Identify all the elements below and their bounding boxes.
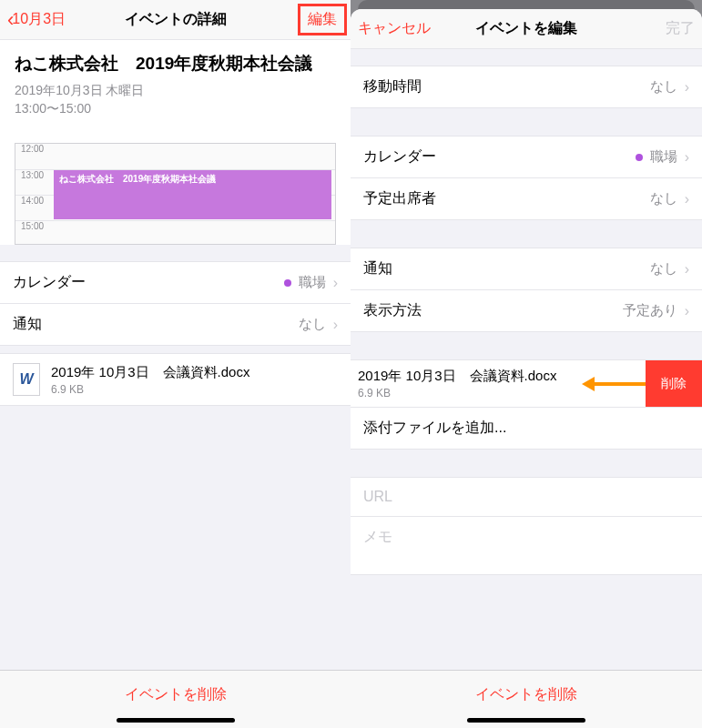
- cell-label: 表示方法: [363, 301, 422, 320]
- event-header: ねこ株式会社 2019年度秋期本社会議 2019年10月3日 木曜日 13:00…: [0, 40, 351, 245]
- chevron-right-icon: ›: [685, 149, 689, 166]
- arrow-left-icon: [582, 377, 595, 391]
- word-file-icon: W: [13, 363, 40, 396]
- timeline-event-block[interactable]: ねこ株式会社 2019年度秋期本社会議: [54, 170, 331, 219]
- memo-field[interactable]: メモ: [351, 517, 702, 575]
- travel-time-row[interactable]: 移動時間 なし›: [351, 66, 702, 108]
- cancel-button[interactable]: キャンセル: [358, 19, 431, 38]
- back-button[interactable]: ‹ 10月3日: [7, 8, 66, 32]
- done-button[interactable]: 完了: [666, 19, 695, 38]
- event-details-screen: ‹ 10月3日 イベントの詳細 編集 ねこ株式会社 2019年度秋期本社会議 2…: [0, 0, 351, 728]
- bottom-toolbar: イベントを削除: [351, 670, 702, 728]
- calendar-row[interactable]: カレンダー 職場 ›: [0, 261, 351, 304]
- timeline-row: 15:00: [15, 220, 335, 246]
- calendar-row[interactable]: カレンダー 職場›: [351, 136, 702, 178]
- swipe-delete-button[interactable]: 削除: [646, 360, 702, 407]
- memo-placeholder: メモ: [363, 529, 392, 544]
- alert-value: なし: [299, 316, 326, 333]
- calendar-value: 職場: [299, 274, 326, 291]
- cell-label: 通知: [363, 259, 392, 278]
- event-date: 2019年10月3日 木曜日: [15, 81, 336, 99]
- calendar-dot-icon: [636, 154, 643, 161]
- url-placeholder: URL: [363, 489, 392, 504]
- sheet-behind: [358, 0, 695, 9]
- delete-event-button[interactable]: イベントを削除: [125, 686, 227, 702]
- timeline: 12:00 13:00 14:00 15:00 ねこ株式会社 2019年度秋期本…: [15, 143, 336, 245]
- chevron-right-icon: ›: [685, 191, 689, 207]
- attachment-size: 6.9 KB: [51, 383, 249, 396]
- cell-label: 添付ファイルを追加...: [363, 419, 506, 438]
- event-time: 13:00〜15:00: [15, 99, 336, 117]
- nav-bar: キャンセル イベントを編集 完了: [351, 9, 702, 49]
- calendar-label: カレンダー: [13, 273, 86, 292]
- attachment-row[interactable]: W 2019年 10月3日 会議資料.docx 6.9 KB: [0, 353, 351, 406]
- form-scroll[interactable]: 移動時間 なし› カレンダー 職場› 予定出席者 なし› 通知 なし› 表示方法…: [351, 49, 702, 675]
- back-label: 10月3日: [12, 10, 66, 29]
- cell-label: 予定出席者: [363, 189, 436, 208]
- show-as-row[interactable]: 表示方法 予定あり›: [351, 290, 702, 332]
- event-title: ねこ株式会社 2019年度秋期本社会議: [15, 53, 336, 76]
- alert-label: 通知: [13, 315, 42, 334]
- invitees-row[interactable]: 予定出席者 なし›: [351, 178, 702, 220]
- attachment-name: 2019年 10月3日 会議資料.docx: [51, 364, 249, 381]
- edit-event-screen: キャンセル イベントを編集 完了 移動時間 なし› カレンダー 職場› 予定出席…: [351, 0, 702, 728]
- chevron-right-icon: ›: [685, 261, 689, 278]
- calendar-dot-icon: [284, 279, 291, 287]
- add-attachment-row[interactable]: 添付ファイルを追加...: [351, 408, 702, 450]
- chevron-right-icon: ›: [685, 303, 689, 319]
- chevron-right-icon: ›: [333, 275, 338, 291]
- alert-row[interactable]: 通知 なし ›: [0, 304, 351, 346]
- alert-row[interactable]: 通知 なし›: [351, 248, 702, 290]
- bottom-toolbar: イベントを削除: [0, 670, 351, 728]
- url-field[interactable]: URL: [351, 477, 702, 517]
- swipe-arrow-annotation: [582, 377, 646, 391]
- cell-label: カレンダー: [363, 147, 436, 167]
- home-indicator: [117, 718, 235, 723]
- delete-event-button[interactable]: イベントを削除: [475, 686, 577, 702]
- attachment-row-swiped[interactable]: 2019年 10月3日 会議資料.docx 6.9 KB 削除: [351, 359, 702, 408]
- nav-bar: ‹ 10月3日 イベントの詳細 編集: [0, 0, 351, 40]
- cell-label: 移動時間: [363, 77, 422, 96]
- timeline-row: 12:00: [15, 144, 335, 169]
- modal-sheet: キャンセル イベントを編集 完了 移動時間 なし› カレンダー 職場› 予定出席…: [351, 9, 702, 728]
- chevron-right-icon: ›: [685, 79, 689, 96]
- home-indicator: [467, 718, 585, 723]
- edit-label: 編集: [298, 4, 347, 35]
- edit-button[interactable]: 編集: [298, 4, 343, 35]
- chevron-right-icon: ›: [333, 317, 338, 333]
